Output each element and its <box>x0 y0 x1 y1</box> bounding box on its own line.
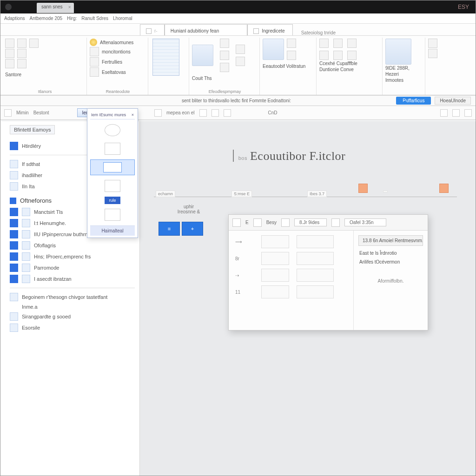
document-tab[interactable]: sann snes × <box>37 3 74 13</box>
panel-tool-icon[interactable] <box>331 218 340 227</box>
ribbon-tab[interactable]: Ingredicete <box>247 24 292 35</box>
ribbon-large-icon[interactable] <box>263 39 284 60</box>
sidebar-item[interactable]: Hns; IProerc,emprenc frs <box>10 252 135 261</box>
primary-button[interactable]: + <box>182 222 203 236</box>
grid-cell[interactable] <box>261 252 289 265</box>
ribbon-icon[interactable] <box>319 51 329 60</box>
ribbon-button[interactable]: Duntionie Conve <box>319 67 377 72</box>
ribbon-icon[interactable] <box>220 63 229 72</box>
ribbon-tab[interactable]: r- <box>140 24 165 35</box>
ribbon-gallery[interactable] <box>152 39 179 76</box>
panel-option[interactable]: 13.8 6n Amoiel Rentmesvnm. <box>358 235 423 246</box>
ribbon-tab-post[interactable]: Sateoiolsg tnride <box>301 27 339 35</box>
timeline-caption: uphirIreosnne & <box>168 204 210 214</box>
ribbon-button[interactable]: moncitontions <box>90 47 143 56</box>
ribbon-icon[interactable] <box>287 39 296 48</box>
panel-link[interactable]: Arilifes tOcévermon <box>359 259 423 264</box>
primary-button[interactable]: ≡ <box>159 222 180 236</box>
dropdown-footer[interactable]: Haimalteal <box>90 225 135 236</box>
ribbon-button[interactable]: Couit Ths <box>192 76 255 81</box>
sidebar-item[interactable]: I asecdt ibratzan <box>10 275 135 283</box>
tool-icon[interactable] <box>452 109 460 117</box>
dropdown-item-selected[interactable] <box>90 159 135 175</box>
sidebar-item[interactable]: Parromode <box>10 264 135 272</box>
sidebar-header[interactable]: Bfintettl Eamoys <box>10 125 55 134</box>
sidebar-subitem[interactable]: Inme.a <box>22 304 135 310</box>
sidebar-item[interactable]: Begoinem r'thesogn chivgor tastetfant <box>10 293 135 301</box>
ribbon-icon[interactable] <box>17 39 26 48</box>
grid-cell[interactable] <box>297 235 334 248</box>
sidebar-item[interactable]: Sirangpardte g sooed <box>10 312 135 321</box>
ribbon-button[interactable]: Eseltatovas <box>90 67 143 77</box>
close-tab-icon[interactable]: × <box>68 5 71 10</box>
ribbon-icon[interactable] <box>347 51 357 60</box>
ribbon-button[interactable]: Aftenalaomunes <box>90 39 143 46</box>
ribbon-icon[interactable] <box>5 39 14 48</box>
ribbon-large-icon[interactable] <box>385 39 411 65</box>
ribbon-icon[interactable] <box>428 39 437 48</box>
grid-cell[interactable] <box>261 235 289 248</box>
panel-toolbar: E Besy 8.Jr 9ides Oafel 3:35n <box>229 215 428 231</box>
ribbon-button[interactable]: Eeautoobif Volitratun <box>263 64 311 69</box>
sidebar-item[interactable]: Esorsile <box>10 324 135 332</box>
list-icon <box>22 252 30 261</box>
menu-item[interactable]: Antbemode 205 <box>29 16 62 21</box>
timeline-marker[interactable] <box>358 184 368 193</box>
ribbon-button[interactable]: Santore <box>5 72 21 77</box>
panel-field[interactable]: Oafel 3:35n <box>344 218 386 226</box>
grid-cell[interactable] <box>297 269 334 282</box>
panel-tool-icon[interactable] <box>232 218 241 227</box>
timeline-marker[interactable] <box>439 184 449 193</box>
grid-cell[interactable] <box>261 269 289 282</box>
ribbon-icon[interactable] <box>29 39 39 48</box>
dropdown-item[interactable] <box>90 207 135 223</box>
dropdown-item[interactable] <box>90 122 135 138</box>
panel-tool-icon[interactable] <box>281 218 290 227</box>
tool-icon[interactable] <box>4 109 12 117</box>
caption-button[interactable]: HoeaUlnode <box>435 97 471 105</box>
dropdown-item[interactable] <box>90 141 135 157</box>
ribbon-button[interactable]: Ccexhé Cupafffble <box>319 61 377 66</box>
ribbon-icon[interactable] <box>287 51 296 60</box>
ribbon-icon[interactable] <box>347 39 357 48</box>
callout-pill[interactable]: Puffarficus <box>396 97 431 105</box>
ribbon-icon[interactable] <box>428 49 437 58</box>
ribbon-tab-active[interactable]: Hunianl adubitiony fean <box>165 24 248 35</box>
toolstrip: Mimin Bestont Iem IEsumc mures ▾ mepea e… <box>0 106 476 120</box>
ribbon-icon[interactable] <box>236 57 245 66</box>
ribbon-icon[interactable] <box>220 39 229 48</box>
tool-icon[interactable] <box>212 109 219 117</box>
grid-cell[interactable] <box>297 252 334 265</box>
menu-item[interactable]: Ranult Sdres <box>81 16 108 21</box>
ribbon-icon[interactable] <box>5 59 14 68</box>
tool-icon[interactable] <box>440 109 448 117</box>
tool-icon[interactable] <box>154 109 162 117</box>
ribbon-icon[interactable] <box>333 51 343 60</box>
tool-icon[interactable] <box>224 109 231 117</box>
grid-cell[interactable] <box>297 285 334 298</box>
grid-cell[interactable] <box>261 285 289 298</box>
menu-item[interactable]: Hirg: <box>67 16 77 21</box>
ribbon-icon[interactable] <box>333 39 343 48</box>
ribbon-icon[interactable] <box>17 49 26 58</box>
tool-icon[interactable] <box>464 109 472 117</box>
panel-link[interactable]: East te ls Îrdnrotio <box>359 251 423 256</box>
panel-tool-icon[interactable] <box>253 218 262 227</box>
ribbon-icon[interactable] <box>319 39 329 48</box>
ribbon-icon[interactable] <box>5 49 14 58</box>
ribbon-button[interactable]: Fertrullies <box>90 57 143 66</box>
dropdown-chip[interactable]: rule <box>105 197 120 204</box>
ribbon-icon[interactable] <box>17 59 26 68</box>
ribbon-group-label: Itlanors <box>3 89 86 94</box>
ribbon-icon[interactable] <box>220 51 229 60</box>
ribbon-icon[interactable] <box>236 45 245 54</box>
close-icon[interactable]: × <box>132 112 134 117</box>
menu-item[interactable]: Adaptions <box>4 16 25 21</box>
ribbon-icon <box>90 67 99 77</box>
dropdown-item[interactable] <box>90 178 135 194</box>
panel-field[interactable]: 8.Jr 9ides <box>294 218 327 226</box>
menu-item[interactable]: Lhoromal <box>113 16 132 21</box>
sidebar-item[interactable]: Ofoflagris <box>10 241 135 250</box>
tool-icon[interactable] <box>199 109 207 117</box>
ribbon-large-icon[interactable] <box>192 45 213 66</box>
